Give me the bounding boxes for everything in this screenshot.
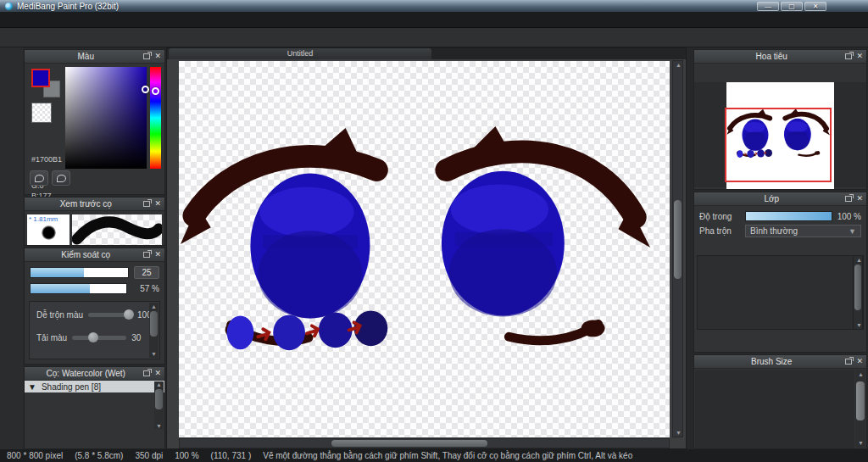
maximize-button[interactable]: ▢ [781, 2, 803, 11]
navigator-viewport-frame[interactable] [725, 108, 832, 182]
popout-icon[interactable] [143, 201, 150, 207]
hue-slider[interactable] [150, 67, 161, 169]
brush-list-scrollbar[interactable]: ▲ ▼ [154, 381, 164, 429]
saturation-value-picker[interactable] [65, 67, 147, 169]
hue-marker[interactable] [152, 87, 159, 95]
navigator-preview-area [694, 82, 866, 187]
brush-preview-panel: Xem trước cọ ✕ * 1.81mm [24, 197, 165, 246]
options-scrollbar[interactable]: ▲ ▼ [149, 303, 159, 358]
status-bar: 800 * 800 pixel (5.8 * 5.8cm) 350 dpi 10… [0, 449, 868, 462]
opacity-value: 100 % [837, 212, 861, 221]
navigator-panel: Hoa tiêu ✕ [693, 49, 867, 190]
brush-opacity-slider[interactable] [30, 283, 127, 294]
close-icon[interactable]: ✕ [154, 200, 161, 208]
chevron-down-icon: ▼ [849, 227, 856, 236]
popout-icon[interactable] [143, 370, 150, 376]
window-title: MediBang Paint Pro (32bit) [17, 2, 119, 11]
palette-button[interactable] [30, 170, 48, 186]
layers-list [697, 255, 864, 330]
brush-list-panel: Cọ: Watercolor (Wet) ✕ ▼ Shading pen [8]… [24, 366, 165, 449]
title-bar: MediBang Paint Pro (32bit) — ▢ ✕ [0, 0, 868, 12]
minimize-button[interactable]: — [757, 2, 779, 11]
scroll-up-icon[interactable]: ▲ [149, 303, 159, 309]
hex-value: #1700B1 [31, 155, 62, 164]
window-controls: — ▢ ✕ [757, 2, 826, 11]
brush-control-title: Kiểm soát cọ [28, 250, 143, 259]
load-label: Tải màu [36, 333, 67, 342]
blend-mode-select[interactable]: Bình thường ▼ [745, 225, 861, 237]
color-panel-title: Màu [28, 52, 143, 61]
brush-size-scrollbar[interactable]: ▲ ▼ [855, 370, 865, 448]
scroll-up-icon[interactable]: ▲ [858, 371, 864, 377]
canvas-tab[interactable]: Untitled [169, 48, 431, 59]
brush-size-value[interactable]: 25 [134, 266, 159, 279]
palette-icon [35, 175, 44, 182]
scroll-up-icon[interactable]: ▲ [856, 257, 862, 263]
foreground-color-swatch[interactable] [31, 69, 50, 87]
cursor-coordinates: (110, 731 ) [211, 451, 252, 460]
popout-icon[interactable] [143, 53, 150, 59]
canvas-tab-bar: Untitled [167, 48, 686, 59]
mix-label: Dễ trộn màu [36, 310, 83, 320]
close-icon[interactable]: ✕ [154, 53, 161, 60]
popout-icon[interactable] [845, 196, 852, 202]
canvas-region: Untitled ▲ ▼ [166, 47, 687, 449]
layers-scrollbar[interactable]: ▲ ▼ [853, 255, 863, 330]
scroll-down-icon[interactable]: ▼ [149, 351, 159, 357]
canvas-size-cm: (5.8 * 5.8cm) [75, 451, 123, 460]
layer-opacity-slider[interactable] [745, 211, 832, 221]
canvas-drawing [179, 61, 670, 437]
menu-bar [0, 12, 868, 28]
transparent-color-swatch[interactable] [31, 103, 52, 123]
mix-slider[interactable] [88, 313, 132, 317]
close-button[interactable]: ✕ [804, 2, 826, 11]
scroll-down-icon[interactable]: ▼ [856, 322, 862, 328]
scroll-down-icon[interactable]: ▼ [154, 423, 164, 429]
brush-group-header[interactable]: ▼ Shading pen [8] [25, 381, 164, 392]
navigator-thumbnail[interactable] [726, 82, 834, 189]
brush-size-label: * 1.81mm [29, 215, 58, 223]
stroke-curve [72, 214, 162, 245]
brush-group-label: Shading pen [8] [42, 382, 101, 392]
popout-icon[interactable] [143, 252, 150, 258]
popout-icon[interactable] [845, 359, 852, 365]
canvas[interactable] [179, 61, 670, 437]
palette-edit-button[interactable] [52, 170, 70, 186]
opacity-label: Độ trong [699, 212, 740, 221]
scroll-up-icon[interactable]: ▲ [676, 62, 682, 68]
brush-size-title: Brush Size [698, 357, 845, 366]
navigator-toolbar [694, 64, 866, 67]
brush-size-slider[interactable] [30, 267, 129, 278]
scroll-down-icon[interactable]: ▼ [858, 440, 864, 446]
brush-size-grid [695, 370, 854, 448]
collapse-arrow-icon[interactable]: ▼ [28, 382, 36, 392]
close-icon[interactable]: ✕ [856, 53, 863, 60]
load-slider[interactable] [72, 336, 126, 340]
layers-title: Lớp [698, 194, 845, 203]
main-toolbar [0, 28, 868, 47]
layers-panel: Lớp ✕ Độ trong 100 % Pha trộn Bình thườn… [693, 192, 867, 353]
brush-dot-preview [42, 225, 56, 240]
close-icon[interactable]: ✕ [856, 195, 863, 203]
brush-stroke-preview [72, 214, 162, 245]
brush-list-title: Cọ: Watercolor (Wet) [28, 369, 143, 378]
scroll-up-icon[interactable]: ▲ [154, 381, 164, 387]
scroll-down-icon[interactable]: ▼ [676, 430, 682, 436]
navigator-title: Hoa tiêu [698, 52, 845, 61]
brush-size-panel: Brush Size ✕ ▲ ▼ [693, 354, 867, 449]
popout-icon[interactable] [845, 53, 852, 59]
close-icon[interactable]: ✕ [856, 358, 863, 365]
close-icon[interactable]: ✕ [154, 370, 161, 377]
brush-options-box: Dễ trộn màu 100 Tải màu 30 ▲ ▼ [29, 301, 160, 359]
blend-label: Pha trộn [699, 226, 740, 236]
status-hint: Vẽ một đường thẳng bằng cách giữ phím Sh… [263, 451, 632, 460]
canvas-horizontal-scrollbar[interactable] [179, 438, 670, 448]
color-panel-header: Màu ✕ [25, 50, 164, 64]
tool-column [0, 47, 23, 449]
sv-marker[interactable] [142, 86, 149, 93]
canvas-vertical-scrollbar[interactable]: ▲ ▼ [672, 60, 683, 437]
canvas-dimensions: 800 * 800 pixel [7, 451, 63, 460]
close-icon[interactable]: ✕ [154, 251, 161, 259]
brush-control-panel: Kiểm soát cọ ✕ 25 57 % Dễ trộn màu 100 T… [24, 248, 165, 365]
app-logo-icon [5, 3, 13, 10]
